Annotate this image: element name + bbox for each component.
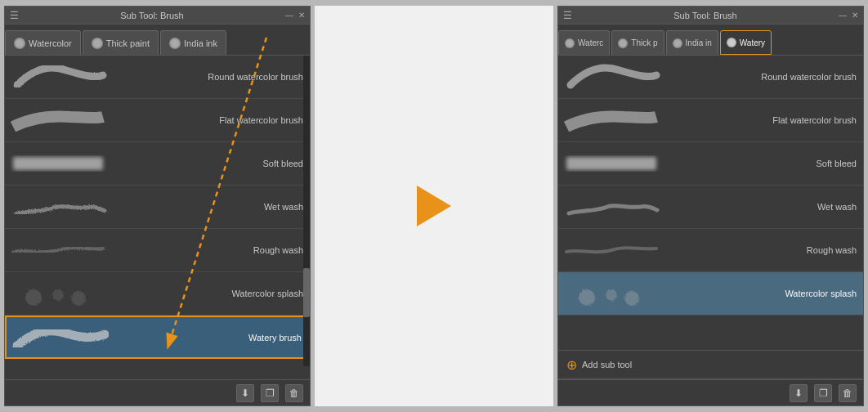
copy-button-right[interactable]: ❐ [814, 384, 832, 402]
close-button-right[interactable]: ✕ [852, 11, 858, 20]
brush-item-rough-wash[interactable]: Rough wash [5, 229, 310, 272]
right-brush-name-wet: Wet wash [664, 202, 863, 212]
right-panel-title: Sub Tool: Brush [572, 11, 839, 20]
tab-watercolor[interactable]: Watercolor [5, 30, 81, 55]
add-subtool-label: Add sub tool [582, 360, 632, 369]
right-brush-item-round[interactable]: Round watercolor brush [558, 56, 863, 99]
right-brush-item-soft[interactable]: Soft bleed [558, 142, 863, 186]
left-bottom-toolbar: ⬇ ❐ 🗑 [5, 379, 310, 405]
right-brush-preview-splash [558, 272, 664, 316]
download-button-right[interactable]: ⬇ [790, 384, 808, 402]
tab-thick-paint-label: Thick paint [106, 38, 150, 48]
right-brush-item-wet[interactable]: Wet wash [558, 186, 863, 229]
delete-button-right[interactable]: 🗑 [839, 384, 857, 402]
brush-preview-round [5, 56, 111, 99]
left-panel: ☰ Sub Tool: Brush — ✕ Watercolor Thick p… [4, 6, 311, 406]
thick-tab-icon-right [618, 38, 628, 48]
tab-right-watery[interactable]: Watery [720, 30, 772, 55]
download-button-left[interactable]: ⬇ [236, 384, 254, 402]
svg-point-9 [624, 291, 639, 306]
right-brush-list: Round watercolor brush Flat watercolor b… [558, 56, 863, 350]
brush-item-wet-wash[interactable]: Wet wash [5, 186, 310, 229]
brush-preview-rough [5, 229, 111, 272]
brush-preview-splash [5, 272, 111, 316]
tab-right-india-label: India in [686, 38, 712, 47]
right-panel-header: ☰ Sub Tool: Brush — ✕ [558, 7, 863, 25]
brush-name-soft-bleed: Soft bleed [111, 159, 310, 168]
left-tabs-row: Watercolor Thick paint India ink [5, 25, 310, 56]
right-brush-item-flat[interactable]: Flat watercolor brush [558, 99, 863, 142]
brush-item-flat-watercolor[interactable]: Flat watercolor brush [5, 99, 310, 142]
close-button-left[interactable]: ✕ [298, 11, 305, 20]
svg-point-2 [52, 289, 64, 301]
brush-item-watery-brush[interactable]: Watery brush [5, 316, 310, 359]
svg-rect-6 [566, 157, 656, 170]
svg-point-7 [579, 289, 595, 306]
minimize-button-left[interactable]: — [285, 11, 293, 20]
right-brush-name-flat: Flat watercolor brush [664, 115, 863, 125]
tab-right-watercolor[interactable]: Waterc [558, 30, 610, 55]
right-brush-item-rough[interactable]: Rough wash [558, 229, 863, 272]
copy-button-left[interactable]: ❐ [261, 384, 279, 402]
brush-preview-flat [5, 99, 111, 142]
delete-button-left[interactable]: 🗑 [285, 384, 303, 402]
india-tab-icon-right [673, 38, 682, 48]
svg-point-1 [25, 289, 42, 306]
brush-name-wet-wash: Wet wash [111, 202, 310, 212]
transition-arrow [417, 186, 451, 226]
brush-preview-soft [5, 142, 111, 186]
watery-tab-icon-right [727, 38, 736, 47]
svg-rect-0 [13, 157, 103, 170]
add-subtool-row[interactable]: ⊕ Add sub tool [558, 350, 863, 379]
watercolor-tab-icon [14, 38, 25, 49]
right-brush-name-splash: Watercolor splash [664, 289, 863, 298]
brush-name-round-watercolor: Round watercolor brush [111, 72, 310, 82]
right-brush-preview-flat [558, 99, 664, 142]
left-panel-title: Sub Tool: Brush [19, 11, 285, 20]
brush-item-soft-bleed[interactable]: Soft bleed [5, 142, 310, 186]
left-scroll-thumb[interactable] [303, 268, 310, 317]
right-brush-item-splash[interactable]: Watercolor splash [558, 272, 863, 316]
svg-point-3 [71, 291, 86, 306]
tab-right-thick-label: Thick p [631, 38, 657, 47]
right-brush-name-soft: Soft bleed [664, 159, 863, 168]
brush-name-flat-watercolor: Flat watercolor brush [111, 115, 310, 125]
brush-name-rough-wash: Rough wash [111, 245, 310, 255]
brush-item-watercolor-splash[interactable]: Watercolor splash [5, 272, 310, 316]
right-brush-name-rough: Rough wash [664, 245, 863, 255]
brush-name-watery-brush: Watery brush [113, 333, 308, 343]
right-tabs-row: Waterc Thick p India in Watery [558, 25, 863, 56]
tab-right-watery-label: Watery [740, 38, 765, 47]
brush-preview-wet [5, 186, 111, 229]
hamburger-icon-right[interactable]: ☰ [563, 10, 572, 21]
thick-paint-tab-icon [92, 38, 103, 49]
watercolor-tab-icon-right [565, 38, 575, 48]
add-subtool-icon: ⊕ [566, 357, 577, 373]
transition-arrow-area [315, 6, 553, 406]
left-scrollbar[interactable] [303, 56, 310, 366]
right-bottom-toolbar: ⬇ ❐ 🗑 [558, 379, 863, 405]
tab-watercolor-label: Watercolor [29, 38, 72, 48]
india-ink-tab-icon [169, 38, 181, 49]
left-panel-header: ☰ Sub Tool: Brush — ✕ [5, 7, 310, 25]
minimize-button-right[interactable]: — [839, 11, 847, 20]
brush-item-round-watercolor[interactable]: Round watercolor brush [5, 56, 310, 99]
hamburger-icon[interactable]: ☰ [10, 10, 19, 21]
right-panel: ☰ Sub Tool: Brush — ✕ Waterc Thick p Ind… [557, 6, 864, 406]
left-brush-list: Round watercolor brush Flat watercolor b… [5, 56, 310, 379]
right-brush-preview-rough [558, 229, 664, 272]
tab-right-thick[interactable]: Thick p [611, 30, 664, 55]
brush-preview-watery [7, 316, 113, 359]
tab-right-india[interactable]: India in [666, 30, 718, 55]
svg-point-8 [606, 289, 617, 301]
tab-india-ink-label: India ink [184, 38, 217, 48]
right-brush-preview-soft [558, 142, 664, 186]
tab-right-watercolor-label: Waterc [578, 38, 603, 47]
right-brush-preview-wet [558, 186, 664, 229]
right-panel-header-icons: — ✕ [839, 11, 858, 20]
right-brush-name-round: Round watercolor brush [664, 72, 863, 82]
tab-thick-paint[interactable]: Thick paint [83, 30, 159, 55]
right-brush-preview-round [558, 56, 664, 99]
tab-india-ink[interactable]: India ink [160, 30, 226, 55]
brush-name-watercolor-splash: Watercolor splash [111, 289, 310, 298]
